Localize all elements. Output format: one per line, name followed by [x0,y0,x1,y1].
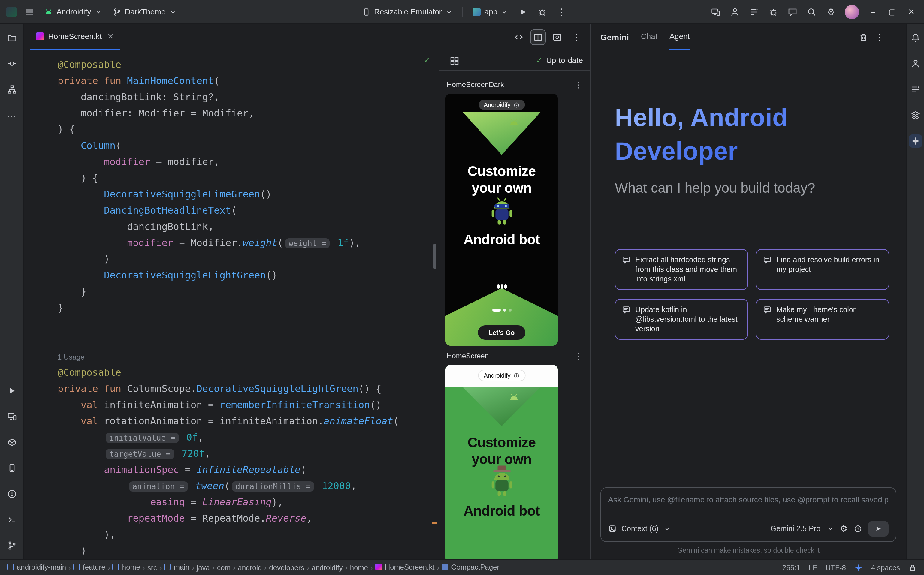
build-tool-button[interactable] [5,436,18,449]
search-everywhere-button[interactable] [803,3,821,21]
breadcrumb-item[interactable]: com [217,564,231,572]
preview-headline: Android bot [445,232,558,248]
terminal-tool-button[interactable] [5,513,18,526]
structure-tool-button[interactable] [5,83,18,96]
suggestion-card[interactable]: Extract all hardcoded strings from this … [615,249,748,290]
gemini-settings-button[interactable]: ⚙ [840,524,848,534]
gemini-panel-button[interactable] [909,135,922,148]
design-view-button[interactable] [549,29,565,45]
code-line: @Composable [58,364,399,381]
breadcrumb-item[interactable]: androidify [312,564,343,572]
profiler-icon[interactable] [726,3,744,21]
code-editor[interactable]: @Composableprivate fun MainHomeContent( … [58,56,399,559]
app-insights-icon[interactable] [764,3,782,21]
project-selector[interactable]: Androidify [40,4,107,19]
breadcrumb-item[interactable]: src [147,564,157,572]
preview-options-button[interactable]: ⋮ [574,351,583,361]
prompt-library-icon[interactable] [745,3,763,21]
notifications-button[interactable] [909,31,922,44]
more-actions-button[interactable]: ⋮ [553,3,571,21]
preview-headline: Customize [445,163,558,179]
preview-name-label: HomeScreenDark [447,80,504,89]
preview-options-button[interactable]: ⋮ [574,80,583,89]
chevron-down-icon [445,8,453,15]
breadcrumb-item[interactable]: CompactPager [442,563,499,572]
info-icon [513,372,519,378]
breadcrumb-item[interactable]: developers [269,564,304,572]
preview-render-light[interactable]: Androidify Customize your own [445,365,558,559]
editor-scrollbar[interactable] [434,244,436,269]
run-config-selector[interactable]: app [468,4,513,19]
code-view-button[interactable] [511,29,526,45]
device-mirroring-icon[interactable] [707,3,725,21]
tab-chat[interactable]: Chat [641,24,657,50]
check-icon: ✓ [536,56,542,65]
inspections-ok-icon[interactable]: ✓ [423,55,431,65]
breadcrumb-item[interactable]: feature [73,563,105,572]
file-encoding[interactable]: UTF-8 [825,563,846,572]
gemini-chat-icon[interactable] [784,3,802,21]
branch-selector[interactable]: DarkTheme [108,4,181,19]
ai-spark-icon[interactable] [854,563,863,572]
gemini-input[interactable]: Ask Gemini, use @filename to attach sour… [600,488,896,542]
device-explorer-button[interactable] [909,83,922,96]
status-bar: androidify-main›feature›home›src›main›ja… [0,559,924,575]
line-separator[interactable]: LF [809,563,817,572]
maximize-button[interactable]: ▢ [883,3,901,21]
breadcrumb-item[interactable]: java [197,564,210,572]
run-button[interactable] [514,3,532,21]
attach-context-icon[interactable] [608,524,617,533]
settings-button[interactable]: ⚙ [822,3,840,21]
breadcrumb-item[interactable]: home [350,564,368,572]
main-menu-button[interactable] [21,3,38,21]
run-tool-button[interactable] [5,384,18,397]
suggestion-card[interactable]: Update kotlin in @libs.version.toml to t… [615,299,748,340]
commit-tool-button[interactable] [5,57,18,70]
preview-headline: Android bot [445,503,558,519]
more-tool-windows-button[interactable]: ⋯ [5,109,18,122]
send-button[interactable] [868,521,889,537]
lock-icon[interactable] [908,563,917,572]
editor-window: HomeScreen.kt ✕ ⋮ @Composableprivate fun… [24,24,590,559]
minimize-button[interactable]: – [864,3,882,21]
editor-more-options-button[interactable]: ⋮ [569,29,584,45]
ai-assistant-button[interactable] [909,57,922,70]
preview-render-dark[interactable]: Androidify Customize your own [445,94,558,346]
gemini-more-options-button[interactable]: ⋮ [875,32,884,42]
preview-layout-toggle-button[interactable] [447,52,462,68]
breadcrumb-item[interactable]: main [164,563,189,572]
preview-scroll-area[interactable]: HomeScreenDark ⋮ Androidify Customize [439,71,590,559]
breadcrumb-item[interactable]: androidify-main [7,563,66,572]
running-devices-button[interactable] [5,462,18,475]
indent-setting[interactable]: 4 spaces [871,563,900,572]
caret-position[interactable]: 255:1 [782,563,800,572]
split-view-button[interactable] [530,29,546,45]
android-head-icon [45,8,53,16]
model-dropdown[interactable]: Gemini 2.5 Pro [770,524,821,533]
tab-agent[interactable]: Agent [670,24,690,50]
breadcrumb-item[interactable]: home [113,563,140,572]
breadcrumb-item[interactable]: android [238,564,262,572]
tab-homescreen-kt[interactable]: HomeScreen.kt ✕ [30,24,120,50]
suggestion-card[interactable]: Make my Theme's color scheme warmer [756,299,889,340]
breadcrumb-item[interactable]: HomeScreen.kt [375,563,434,572]
user-avatar[interactable] [845,5,859,19]
suggestion-card[interactable]: Find and resolve build errors in my proj… [756,249,889,290]
code-line: 1 Usage [58,348,399,364]
inlay-hint: targetValue = [106,449,174,459]
debug-button[interactable] [533,3,552,21]
project-tool-button[interactable] [5,31,18,44]
resource-manager-button[interactable] [909,109,922,122]
warning-stripe-mark[interactable] [432,522,437,524]
hide-panel-button[interactable]: – [891,32,896,42]
close-button[interactable]: ✕ [902,3,921,21]
history-button[interactable] [854,524,862,533]
close-tab-icon[interactable]: ✕ [107,32,114,41]
delete-conversation-button[interactable] [858,32,868,42]
context-dropdown[interactable]: Context (6) [622,524,658,533]
problems-tool-button[interactable] [5,488,18,500]
device-selector[interactable]: Resizable Emulator [357,4,457,19]
editor-view-toggles: ⋮ [511,29,584,45]
device-manager-button[interactable] [5,410,18,423]
version-control-button[interactable] [5,539,18,552]
